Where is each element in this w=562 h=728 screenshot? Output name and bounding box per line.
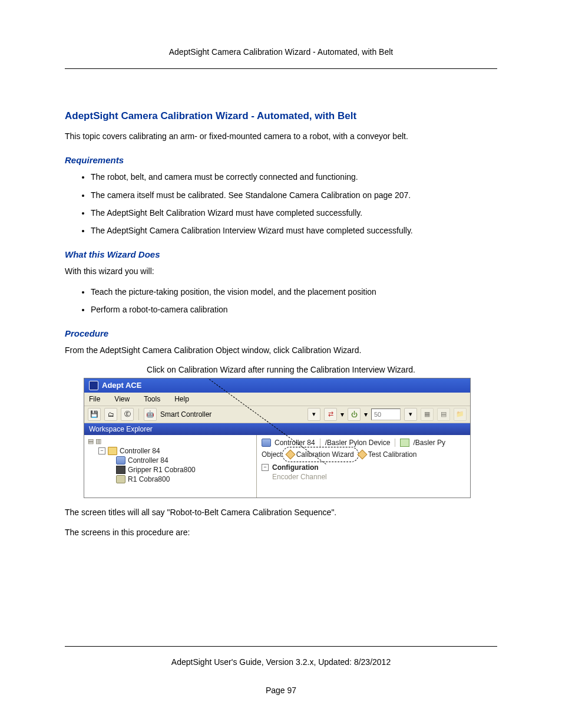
procedure-lead: From the AdeptSight Camera Calibration O… [65,344,497,356]
list-item: The robot, belt, and camera must be corr… [91,171,497,183]
speed-field[interactable]: 50 [371,409,401,420]
separator [320,439,320,447]
test-calibration-button[interactable]: Test Calibration [359,450,417,459]
object-label: Object [262,450,282,459]
menu-file[interactable]: File [89,395,100,403]
procedure-note-2: The screens in this procedure are: [65,526,497,538]
breadcrumb-item[interactable]: Controller 84 [275,439,315,447]
what-lead: With this wizard you will: [65,265,497,277]
menu-tools[interactable]: Tools [144,395,160,403]
list-item: Perform a robot-to-camera calibration [91,304,497,315]
figure-caption: Click on Calibration Wizard after runnin… [65,365,497,374]
page-footer: AdeptSight User's Guide, Version 3.2.x, … [65,642,497,695]
connect-icon[interactable]: ⇄ [324,408,337,421]
tool-a-icon[interactable]: ▦ [421,408,434,421]
tree-node-gripper[interactable]: Gripper R1 Cobra800 [88,465,253,475]
workspace-tree: ▤ ▥ − Controller 84 Controller 84 Grippe… [84,435,257,498]
list-item: Teach the picture-taking position, the v… [91,286,497,298]
heading-requirements: Requirements [65,155,497,165]
heading-procedure: Procedure [65,328,497,338]
configuration-row[interactable]: − Configuration [262,463,465,472]
tree-node-robot[interactable]: R1 Cobra800 [88,475,253,484]
window-titlebar: Adept ACE [84,378,470,393]
configuration-heading: Configuration [272,463,319,472]
footer-guide: AdeptSight User's Guide, Version 3.2.x, … [65,657,497,667]
requirements-list: The robot, belt, and camera must be corr… [65,171,497,236]
dropdown-sep: ▾ [340,410,344,419]
list-item: The camera itself must be calibrated. Se… [91,189,497,201]
expander-icon[interactable]: − [98,447,105,454]
folder-icon [108,447,117,455]
footer-rule [65,646,497,647]
tree-node-controller[interactable]: − Controller 84 [88,446,253,456]
tree-label: Controller 84 [120,447,160,455]
procedure-note-1: The screen titles will all say "Robot-to… [65,506,497,518]
dropdown-arrow-icon[interactable]: ▾ [308,408,320,421]
breadcrumb-item[interactable]: /Basler Pylon Device [325,439,391,447]
save-all-icon[interactable]: 🗂 [104,408,117,421]
breadcrumb-item[interactable]: /Basler Py [413,439,445,447]
menu-view[interactable]: View [114,395,130,403]
dropdown-icon[interactable]: ▾ [404,408,417,421]
e-icon[interactable]: Ⓔ [121,408,134,421]
tree-node-controller-child[interactable]: Controller 84 [88,456,253,465]
gripper-icon [116,466,125,474]
app-icon [89,381,98,390]
wand-icon [357,449,367,459]
controller-label: Smart Controller [160,410,211,419]
tree-label: Controller 84 [128,456,168,465]
power-icon[interactable]: ⏻ [348,408,361,421]
intro-paragraph: This topic covers calibrating an arm- or… [65,130,497,142]
wand-icon [285,449,295,459]
test-calibration-label: Test Calibration [368,450,417,459]
calibration-wizard-button[interactable]: Calibration Wizard [286,450,355,459]
what-list: Teach the picture-taking position, the v… [65,286,497,316]
toolbar-separator [138,409,139,420]
separator [395,439,395,447]
tree-label: R1 Cobra800 [128,475,170,483]
heading-what: What this Wizard Does [65,249,497,259]
running-header: AdeptSight Camera Calibration Wizard - A… [65,47,497,57]
configuration-subitem: Encoder Channel [272,473,465,481]
header-rule [65,68,497,69]
picture-icon [400,439,409,447]
calibration-wizard-label: Calibration Wizard [296,450,354,459]
page-number: Page 97 [65,686,497,695]
robot-icon [116,475,125,483]
list-item: The AdeptSight Belt Calibration Wizard m… [91,207,497,219]
window-title: Adept ACE [102,381,141,390]
robot-icon[interactable]: 🤖 [144,408,157,421]
menubar: File View Tools Help [84,393,470,406]
dropdown-sep2: ▾ [364,410,368,419]
expander-icon[interactable]: − [262,464,269,471]
tool-b-icon[interactable]: ▤ [437,408,450,421]
page-title: AdeptSight Camera Calibration Wizard - A… [65,110,497,122]
controller-icon [262,439,271,447]
list-item: The AdeptSight Camera Calibration Interv… [91,225,497,236]
menu-help[interactable]: Help [174,395,189,403]
tree-toolbar-icons: ▤ ▥ [88,437,253,445]
tree-label: Gripper R1 Cobra800 [128,466,196,474]
detail-pane: Controller 84 /Basler Pylon Device /Basl… [257,435,470,498]
toolbar: 💾 🗂 Ⓔ 🤖 Smart Controller ▾ ⇄ ▾ ⏻ ▾ 50 ▾ … [84,406,470,423]
folder-icon[interactable]: 📁 [454,408,467,421]
save-icon[interactable]: 💾 [88,408,101,421]
screenshot: Adept ACE File View Tools Help 💾 🗂 Ⓔ 🤖 S… [84,378,471,498]
controller-icon [116,456,125,465]
